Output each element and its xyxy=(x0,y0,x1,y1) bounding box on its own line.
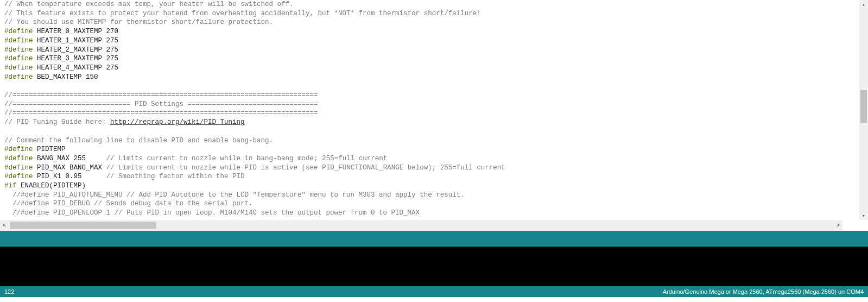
define-value: BANG_MAX 255 xyxy=(37,155,106,162)
scroll-right-button[interactable]: > xyxy=(834,220,842,231)
define-value: PID_MAX BANG_MAX xyxy=(37,164,106,172)
code-comment: //#define PID_AUTOTUNE_MENU // Add PID A… xyxy=(4,191,465,199)
code-comment: // Smoothing factor within the PID xyxy=(106,173,245,180)
console-output[interactable] xyxy=(0,247,868,286)
editor-pane: // When temperature exceeds max temp, yo… xyxy=(0,0,868,231)
separator-line: //======================================… xyxy=(4,91,318,99)
code-comment: // You should use MINTEMP for thermistor… xyxy=(4,18,273,26)
status-board-info: Arduino/Genuino Mega or Mega 2560, ATmeg… xyxy=(663,288,864,295)
scroll-left-button[interactable]: < xyxy=(0,220,9,231)
define-keyword: #define xyxy=(4,37,33,45)
code-comment: // PID Tuning Guide here: xyxy=(4,118,110,126)
code-comment: // Limits current to nozzle while PID is… xyxy=(106,164,505,172)
code-comment: // Comment the following line to disable… xyxy=(4,137,273,144)
status-line-number: 122 xyxy=(4,288,14,295)
code-comment: // Limits current to nozzle while in ban… xyxy=(106,155,388,162)
pid-tuning-link[interactable]: http://reprap.org/wiki/PID_Tuning xyxy=(110,118,245,126)
define-value: BED_MAXTEMP 150 xyxy=(37,73,98,81)
code-comment: //#define PID_DEBUG // Sends debug data … xyxy=(4,200,253,207)
define-value: HEATER_3_MAXTEMP 275 xyxy=(37,55,118,62)
define-value: PIDTEMP xyxy=(37,146,66,153)
define-keyword: #define xyxy=(4,146,33,153)
define-keyword: #define xyxy=(4,46,33,54)
code-comment: // This feature exists to protect your h… xyxy=(4,10,481,17)
define-keyword: #define xyxy=(4,164,33,172)
scroll-up-button[interactable]: ▴ xyxy=(859,0,868,9)
hashif-keyword: #if xyxy=(4,182,17,190)
define-value: PID_K1 0.95 xyxy=(37,173,106,180)
define-value: HEATER_4_MAXTEMP 275 xyxy=(37,64,118,72)
define-keyword: #define xyxy=(4,55,33,62)
define-keyword: #define xyxy=(4,73,33,81)
code-comment: // When temperature exceeds max temp, yo… xyxy=(4,1,294,8)
horizontal-scrollbar[interactable]: < > xyxy=(0,220,842,231)
define-keyword: #define xyxy=(4,64,33,72)
code-comment: //#define PID_OPENLOOP 1 // Puts PID in … xyxy=(4,209,420,217)
vertical-scroll-track[interactable] xyxy=(859,9,868,211)
define-keyword: #define xyxy=(4,173,33,180)
horizontal-scroll-thumb[interactable] xyxy=(10,222,156,229)
message-bar xyxy=(0,231,868,247)
code-editor[interactable]: // When temperature exceeds max temp, yo… xyxy=(0,0,842,220)
separator-line: //======================================… xyxy=(4,109,318,117)
define-value: HEATER_2_MAXTEMP 275 xyxy=(37,46,118,54)
vertical-scroll-thumb[interactable] xyxy=(860,90,867,123)
vertical-scrollbar[interactable]: ▴ ▾ xyxy=(859,0,868,220)
hashif-condition: ENABLED(PIDTEMP) xyxy=(17,182,86,190)
define-value: HEATER_0_MAXTEMP 270 xyxy=(37,28,118,35)
define-keyword: #define xyxy=(4,28,33,35)
status-bar: 122 Arduino/Genuino Mega or Mega 2560, A… xyxy=(0,286,868,297)
separator-line: //============================= PID Sett… xyxy=(4,100,318,108)
define-keyword: #define xyxy=(4,155,33,162)
scroll-down-button[interactable]: ▾ xyxy=(859,211,868,220)
define-value: HEATER_1_MAXTEMP 275 xyxy=(37,37,118,45)
